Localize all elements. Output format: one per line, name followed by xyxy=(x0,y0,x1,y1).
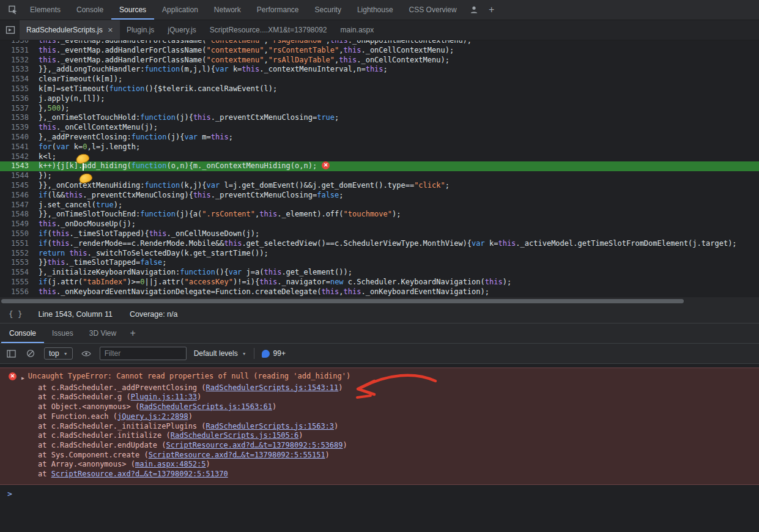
close-tab-icon[interactable]: ✕ xyxy=(108,26,113,34)
code-line[interactable]: 1535k[m]=setTimeout(function(){$telerik.… xyxy=(0,84,759,94)
clear-console-icon[interactable] xyxy=(24,349,37,358)
drawer-tab-issues[interactable]: Issues xyxy=(44,323,81,343)
file-tab[interactable]: RadSchedulerScripts.js✕ xyxy=(20,20,120,40)
filter-input[interactable] xyxy=(100,347,187,360)
line-number[interactable]: 1547 xyxy=(0,201,34,210)
line-number[interactable]: 1553 xyxy=(0,258,34,268)
main-tab-security[interactable]: Security xyxy=(307,0,349,20)
code-line[interactable]: 1547j.set_cancel(true); xyxy=(0,201,759,210)
line-number[interactable]: 1552 xyxy=(0,249,34,259)
drawer-tab-3d-view[interactable]: 3D View xyxy=(81,323,124,343)
code-line[interactable]: 1532this._eventMap.addHandlerForClassNam… xyxy=(0,56,759,65)
line-number[interactable]: 1536 xyxy=(0,94,34,104)
source-link[interactable]: RadSchedulerScripts.js:1563:61 xyxy=(139,402,272,411)
code-line[interactable]: 1554},_initializeKeyboardNavigation:func… xyxy=(0,268,759,278)
drawer-tab-console[interactable]: Console xyxy=(1,323,44,343)
error-icon[interactable]: ✕ xyxy=(322,161,330,169)
main-tab-network[interactable]: Network xyxy=(206,0,249,20)
expand-triangle-icon[interactable]: ▶ xyxy=(21,374,24,383)
horizontal-scrollbar[interactable] xyxy=(0,297,759,305)
line-number[interactable]: 1537 xyxy=(0,104,34,114)
code-line[interactable]: 1538},_onTimeSlotTouchHold:function(j){t… xyxy=(0,113,759,123)
line-number[interactable]: 1530 xyxy=(0,40,34,46)
code-line[interactable]: 1553}}this._timeSlotTapped=false; xyxy=(0,258,759,268)
line-number[interactable]: 1532 xyxy=(0,56,34,65)
line-number[interactable]: 1555 xyxy=(0,278,34,287)
file-tab[interactable]: ScriptResource....XM1&t=13798092 xyxy=(203,20,334,40)
code-line[interactable]: 1551if(this._renderMode==c.RenderMode.Mo… xyxy=(0,239,759,249)
eye-icon[interactable] xyxy=(80,350,92,357)
code-line[interactable]: 1534clearTimeout(k[m]); xyxy=(0,75,759,84)
main-tab-console[interactable]: Console xyxy=(68,0,111,20)
code-line[interactable]: 1536j.apply(n,[l]); xyxy=(0,94,759,104)
line-number[interactable]: 1531 xyxy=(0,46,34,56)
line-number[interactable]: 1548 xyxy=(0,210,34,220)
line-number[interactable]: 1551 xyxy=(0,239,34,249)
code-line[interactable]: 1546if(l&&this._preventCtxMenuClosing){t… xyxy=(0,191,759,201)
code-line[interactable]: 1533}},_addLongTouchHandler:function(m,j… xyxy=(0,65,759,75)
source-link[interactable]: ScriptResource.axd?d…&t=13798092:5:51370 xyxy=(51,470,228,478)
code-line[interactable]: 1550if(this._timeSlotTapped){this._onCel… xyxy=(0,229,759,239)
code-line[interactable]: 1541for(var k=0,l=j.length; xyxy=(0,142,759,152)
context-selector[interactable]: top ▼ xyxy=(44,347,73,360)
code-line[interactable]: 1531this._eventMap.addHandlerForClassNam… xyxy=(0,46,759,56)
main-tab-css-overview[interactable]: CSS Overview xyxy=(401,0,465,20)
console-sidebar-icon[interactable] xyxy=(5,350,17,358)
line-number[interactable]: 1542 xyxy=(0,152,34,162)
code-line[interactable]: 1539this._onCellContextMenu(j); xyxy=(0,123,759,133)
file-tab[interactable]: main.aspx xyxy=(334,20,381,40)
main-tab-sources[interactable]: Sources xyxy=(111,0,154,20)
code-line[interactable]: 1540},_addPreventClosing:function(j){var… xyxy=(0,133,759,142)
main-tab-lighthouse[interactable]: Lighthouse xyxy=(349,0,401,20)
source-link[interactable]: RadSchedulerScripts.js:1543:11 xyxy=(206,383,339,392)
code-line[interactable]: 1544}); xyxy=(0,171,759,181)
code-line[interactable]: 1537},500); xyxy=(0,104,759,114)
pretty-print-icon[interactable]: { } xyxy=(9,309,23,319)
line-number[interactable]: 1545 xyxy=(0,181,34,191)
code-line[interactable]: 1542k<l; xyxy=(0,152,759,162)
code-line[interactable]: 1545}},_onContextMenuHiding:function(k,j… xyxy=(0,181,759,191)
code-line[interactable]: 1555if(j.attr("tabIndex")>=0||j.attr("ac… xyxy=(0,278,759,287)
navigator-toggle-icon[interactable] xyxy=(1,20,20,40)
line-number[interactable]: 1544 xyxy=(0,171,34,181)
code-line[interactable]: 1552return this._switchToSelectedDay(k.g… xyxy=(0,249,759,259)
main-tab-elements[interactable]: Elements xyxy=(22,0,68,20)
main-tab-application[interactable]: Application xyxy=(154,0,206,20)
line-number[interactable]: 1538 xyxy=(0,113,34,123)
line-number[interactable]: 1543 xyxy=(0,161,34,171)
source-link[interactable]: RadSchedulerScripts.js:1563:3 xyxy=(206,422,335,430)
add-tab-button[interactable]: + xyxy=(483,0,500,20)
log-levels-dropdown[interactable]: Default levels ▼ xyxy=(194,349,246,358)
add-drawer-tab-button[interactable]: + xyxy=(124,323,141,343)
issues-badge[interactable]: 99+ xyxy=(262,349,286,358)
line-number[interactable]: 1550 xyxy=(0,229,34,239)
file-tab[interactable]: Plugin.js xyxy=(120,20,161,40)
person-icon[interactable] xyxy=(465,0,483,20)
source-link[interactable]: ScriptResource.axd?d…&t=13798092:5:53689 xyxy=(166,441,343,449)
source-link[interactable]: ScriptResource.axd?d…&t=13798092:5:55151 xyxy=(149,451,325,459)
line-number[interactable]: 1556 xyxy=(0,287,34,297)
source-link[interactable]: RadSchedulerScripts.js:1505:6 xyxy=(171,431,299,440)
line-number[interactable]: 1541 xyxy=(0,142,34,152)
source-link[interactable]: jQuery.js:2:2898 xyxy=(117,412,188,421)
code-line[interactable]: 1543k++){j[k].add_hiding(function(o,n){m… xyxy=(0,161,759,171)
code-line[interactable]: 1530this._eventMap.addHandlerForClassNam… xyxy=(0,40,759,46)
code-line[interactable]: 1548}},_onTimeSlotTouchEnd:function(j){a… xyxy=(0,210,759,220)
console-prompt[interactable]: > xyxy=(0,485,759,498)
file-tab[interactable]: jQuery.js xyxy=(161,20,202,40)
source-editor[interactable]: 1530this._eventMap.addHandlerForClassNam… xyxy=(0,40,759,305)
line-number[interactable]: 1533 xyxy=(0,65,34,75)
source-link[interactable]: Plugin.js:11:33 xyxy=(131,393,197,401)
code-line[interactable]: 1549this._onDocMouseUp(j); xyxy=(0,220,759,229)
scrollbar-thumb[interactable] xyxy=(1,299,684,303)
line-number[interactable]: 1535 xyxy=(0,84,34,94)
main-tab-performance[interactable]: Performance xyxy=(249,0,307,20)
line-number[interactable]: 1546 xyxy=(0,191,34,201)
line-number[interactable]: 1539 xyxy=(0,123,34,133)
line-number[interactable]: 1534 xyxy=(0,75,34,84)
inspect-icon[interactable] xyxy=(4,0,22,20)
line-number[interactable]: 1549 xyxy=(0,220,34,229)
line-number[interactable]: 1554 xyxy=(0,268,34,278)
code-line[interactable]: 1556this._onKeyboardEventNavigationDeleg… xyxy=(0,287,759,297)
source-link[interactable]: main.aspx:4852:5 xyxy=(135,460,206,468)
